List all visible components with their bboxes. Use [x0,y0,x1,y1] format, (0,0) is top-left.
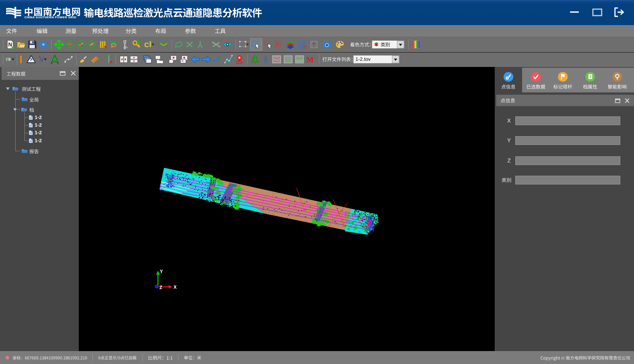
svg-text:N: N [8,41,12,48]
svg-text:M: M [306,56,314,64]
svg-text:C: C [144,41,149,49]
svg-text:Z: Z [159,285,162,290]
svg-text:Y: Y [160,269,163,274]
svg-text:X: X [174,285,177,290]
